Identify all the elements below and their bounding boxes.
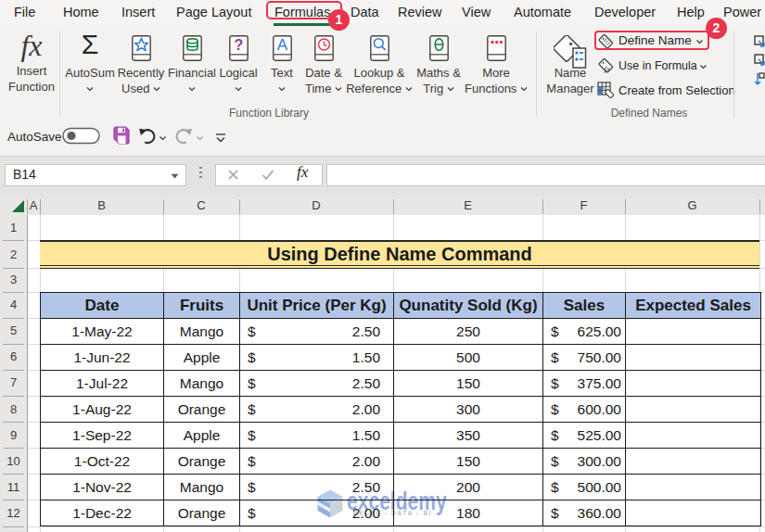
svg-text:?: ? <box>235 37 244 53</box>
svg-text:fx: fx <box>605 64 611 73</box>
svg-text:A: A <box>277 36 288 54</box>
